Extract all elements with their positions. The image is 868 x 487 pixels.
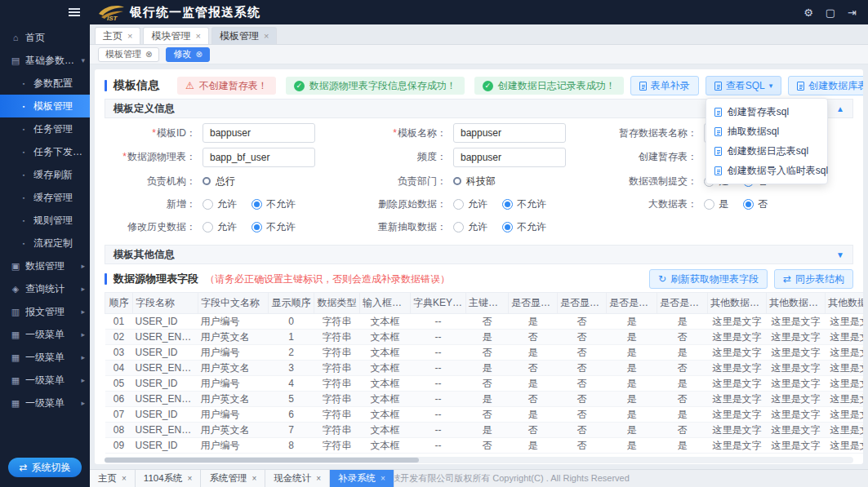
circle-close-icon[interactable]: ⊗ (145, 50, 152, 59)
table-row[interactable]: 03USER_ID用户编号2字符串文本框--否是否是是这里是文字这里是文字这里是… (105, 345, 864, 361)
sidebar-item-15[interactable]: ▦一级菜单▸ (0, 369, 90, 392)
radio-option[interactable]: 不允许 (502, 220, 546, 234)
create-db-table-button[interactable]: 创建数据库表▾ (788, 76, 863, 95)
sidebar-item-8[interactable]: ▪规则管理 (0, 209, 90, 232)
sidebar-item-6[interactable]: ▪缓存刷新 (0, 163, 90, 186)
radio-option[interactable]: 不允许 (251, 220, 296, 234)
form-backfill-button[interactable]: 表单补录 (630, 76, 699, 95)
tab-0[interactable]: 主页× (95, 27, 140, 44)
sidebar-item-7[interactable]: ▪缓存管理 (0, 186, 90, 209)
dept-value[interactable]: 科技部 (453, 175, 496, 188)
table-row[interactable]: 02USER_ENAME用户英文名1字符串文本框--是否否是否这里是文字这里是文… (105, 330, 864, 345)
table-row[interactable]: 01USER_ID用户编号0字符串文本框--否是否是是这里是文字这里是文字这里是… (105, 314, 864, 330)
sidebar-item-14[interactable]: ▦一级菜单▸ (0, 346, 90, 369)
table-cell: 7 (269, 423, 314, 438)
view-sql-button[interactable]: 查看SQL▾ (706, 76, 782, 95)
sync-structure-button[interactable]: ⇄同步表结构 (774, 269, 853, 289)
table-cell: 用户编号 (198, 407, 269, 423)
menu-collapse-icon[interactable] (69, 8, 80, 16)
sidebar-item-5[interactable]: ▪任务下发情况 (0, 140, 90, 163)
sidebar-item-10[interactable]: ▣数据管理▸ (0, 255, 90, 277)
tab-close-icon[interactable]: × (195, 31, 200, 41)
sidebar-item-4[interactable]: ▪任务管理 (0, 117, 90, 140)
radio-icon (453, 222, 464, 232)
table-row[interactable]: 08USER_ENAME用户英文名7字符串文本框--是否否是否这里是文字这里是文… (105, 423, 864, 438)
dropdown-item-1[interactable]: 抽取数据sql (706, 122, 827, 141)
bottom-tab-2[interactable]: 系统管理× (201, 470, 265, 487)
table-row[interactable]: 04USER_ENAME用户英文名3字符串文本框--是否否是否这里是文字这里是文… (105, 361, 864, 376)
sidebar-item-2[interactable]: ▪参数配置 (0, 72, 90, 95)
button-label: 查看SQL (726, 79, 765, 93)
sidebar-item-3[interactable]: ▪模板管理 (0, 95, 90, 117)
radio-option[interactable]: 允许 (203, 220, 237, 234)
system-switch-button[interactable]: ⇄ 系统切换 (8, 458, 82, 477)
frequency-input[interactable] (453, 148, 566, 167)
table-row[interactable]: 09USER_ID用户编号8字符串文本框--否是否是是这里是文字这里是文字这里是… (105, 438, 864, 454)
tab-close-icon[interactable]: × (316, 474, 321, 483)
chevron-right-icon: ▸ (81, 330, 85, 339)
sidebar-item-0[interactable]: ⌂首页 (0, 26, 90, 49)
tab-2[interactable]: 模板管理× (211, 27, 277, 44)
tab-close-icon[interactable]: × (127, 31, 132, 41)
refresh-icon: ↻ (658, 273, 666, 285)
horizontal-scroll-thumb[interactable] (105, 458, 419, 463)
breadcrumb-chip-0[interactable]: 模板管理⊗ (98, 47, 159, 62)
radio-option[interactable]: 否 (743, 197, 768, 211)
template-other-bar[interactable]: 模板其他信息 ▼ (105, 245, 853, 264)
column-header: 字段中文名称 (198, 293, 269, 314)
tab-close-icon[interactable]: × (264, 31, 269, 41)
bottom-tab-1[interactable]: 1104系统× (136, 470, 202, 487)
tab-close-icon[interactable]: × (251, 474, 256, 483)
sidebar-item-label: 数据管理 (25, 259, 79, 273)
exit-icon[interactable]: ⇥ (848, 7, 857, 19)
radio-option[interactable]: 允许 (203, 197, 237, 211)
table-cell: -- (411, 376, 466, 392)
bottom-tab-label: 系统管理 (209, 472, 247, 485)
gear-icon[interactable]: ⚙ (803, 7, 813, 19)
tab-1[interactable]: 模块管理× (143, 27, 208, 44)
table-row[interactable]: 06USER_ENAME用户英文名5字符串文本框--是否否是否这里是文字这里是文… (105, 392, 864, 407)
radio-option[interactable]: 是 (704, 197, 728, 211)
sidebar-item-13[interactable]: ▦一级菜单▸ (0, 323, 90, 346)
dropdown-item-2[interactable]: 创建数据日志表sql (706, 141, 827, 161)
breadcrumb-chip-1[interactable]: 修改⊗ (166, 47, 209, 62)
vertical-scrollbar[interactable] (862, 65, 867, 467)
collapse-down-icon[interactable]: ▼ (836, 250, 844, 259)
radio-option[interactable]: 不允许 (502, 197, 546, 211)
tab-close-icon[interactable]: × (122, 474, 127, 483)
table-cell: 05 (105, 376, 133, 392)
sidebar-item-12[interactable]: ▥报文管理▸ (0, 300, 90, 323)
table-cell: 否 (558, 345, 607, 361)
bottom-tab-0[interactable]: 主页× (90, 470, 136, 487)
table-row[interactable]: 05USER_ID用户编号4字符串文本框--否是否是是这里是文字这里是文字这里是… (105, 376, 864, 392)
sidebar-item-11[interactable]: ◈查询统计▸ (0, 277, 90, 300)
radio-option[interactable]: 不允许 (251, 197, 296, 211)
table-cell: 1 (269, 330, 314, 345)
tab-close-icon[interactable]: × (188, 474, 193, 483)
sidebar-item-1[interactable]: ▤基础参数配置▾ (0, 49, 90, 72)
template-name-input[interactable] (453, 123, 566, 143)
table-cell: 是 (607, 392, 657, 407)
org-value[interactable]: 总行 (203, 175, 235, 188)
radio-option[interactable]: 允许 (453, 197, 487, 211)
collapse-up-icon[interactable]: ▲ (836, 104, 844, 113)
bottom-tab-4[interactable]: 补录系统× (330, 470, 394, 487)
sidebar-item-16[interactable]: ▦一级菜单▸ (0, 392, 90, 414)
dropdown-item-0[interactable]: 创建暂存表sql (706, 102, 827, 122)
tab-close-icon[interactable]: × (381, 474, 385, 483)
template-id-input[interactable] (203, 123, 315, 143)
table-cell: 是 (607, 345, 657, 361)
sidebar-item-9[interactable]: ▪流程定制 (0, 232, 90, 255)
fullscreen-icon[interactable]: ▢ (826, 7, 835, 19)
horizontal-scrollbar[interactable] (105, 457, 853, 463)
refresh-fields-button[interactable]: ↻刷新获取物理表字段 (649, 269, 768, 289)
table-cell: 这里是文字 (708, 330, 767, 345)
radio-option[interactable]: 允许 (453, 220, 487, 234)
physical-table-input[interactable] (203, 148, 315, 167)
bottom-tab-3[interactable]: 现金统计× (265, 470, 330, 487)
dropdown-item-3[interactable]: 创建数据导入临时表sql (706, 161, 827, 180)
table-row[interactable]: 07USER_ID用户编号6字符串文本框--否是否是是这里是文字这里是文字这里是… (105, 407, 864, 423)
table-cell: 文本框 (360, 438, 411, 454)
add-radio-group: 允许不允许 (203, 197, 296, 211)
circle-close-icon[interactable]: ⊗ (195, 50, 202, 59)
